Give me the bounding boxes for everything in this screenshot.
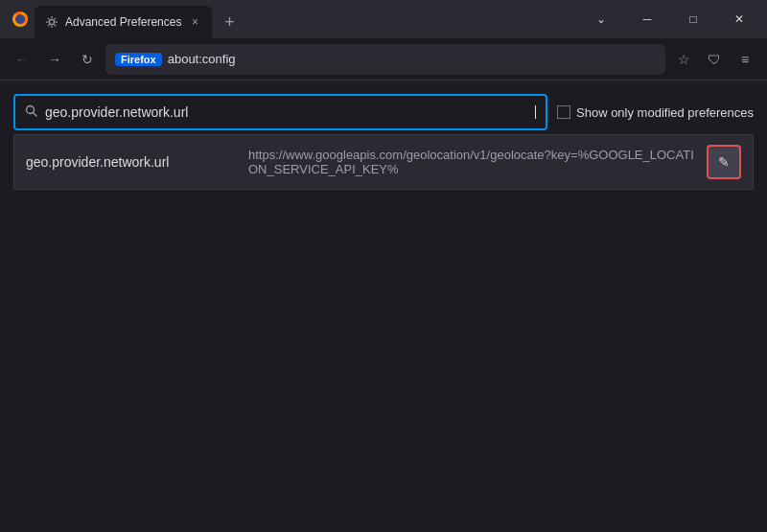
- edit-button[interactable]: ✎: [707, 145, 741, 179]
- content-area: geo.provider.network.url Show only modif…: [0, 81, 767, 203]
- search-input-text: geo.provider.network.url: [45, 104, 526, 120]
- tabs-area: Advanced Preferences × +: [35, 0, 579, 38]
- magnifier-icon: [25, 104, 37, 117]
- dropdown-button[interactable]: ⌄: [579, 4, 623, 35]
- url-display: about:config: [168, 52, 236, 66]
- address-bar[interactable]: Firefox about:config: [105, 44, 665, 75]
- pref-value: https://www.googleapis.com/geolocation/v…: [237, 148, 707, 176]
- svg-line-9: [54, 18, 56, 20]
- title-bar-left: Advanced Preferences × +: [0, 0, 579, 38]
- firefox-logo: [6, 0, 35, 38]
- title-bar-controls: ⌄ ─ □ ✕: [579, 0, 767, 38]
- navigation-bar: ← → ↻ Firefox about:config ☆ 🛡 ≡: [0, 38, 767, 81]
- nav-extra-buttons: ☆ 🛡 ≡: [669, 45, 759, 74]
- text-cursor: [535, 105, 536, 119]
- minimize-button[interactable]: ─: [625, 4, 669, 35]
- show-modified-checkbox[interactable]: [557, 105, 570, 119]
- active-tab[interactable]: Advanced Preferences ×: [35, 6, 212, 38]
- settings-icon: [45, 15, 58, 29]
- tab-title: Advanced Preferences: [65, 15, 181, 29]
- reload-button[interactable]: ↻: [73, 45, 102, 74]
- firefox-badge: Firefox: [115, 53, 162, 66]
- svg-line-8: [54, 24, 56, 26]
- search-row: geo.provider.network.url Show only modif…: [13, 94, 754, 130]
- pref-result-row: geo.provider.network.url https://www.goo…: [13, 134, 754, 190]
- title-bar: Advanced Preferences × + ⌄ ─ □ ✕: [0, 0, 767, 38]
- bookmark-button[interactable]: ☆: [669, 45, 698, 74]
- svg-line-10: [48, 24, 50, 26]
- maximize-button[interactable]: □: [671, 4, 715, 35]
- svg-point-2: [50, 20, 55, 25]
- forward-button[interactable]: →: [40, 45, 69, 74]
- svg-point-1: [15, 14, 25, 24]
- new-tab-button[interactable]: +: [216, 9, 243, 35]
- show-modified-label: Show only modified preferences: [576, 105, 754, 120]
- firefox-logo-icon: [11, 10, 30, 29]
- window-close-button[interactable]: ✕: [717, 4, 761, 35]
- svg-line-12: [34, 113, 37, 117]
- search-box[interactable]: geo.provider.network.url: [13, 94, 547, 130]
- pencil-icon: ✎: [718, 154, 730, 170]
- show-modified-area: Show only modified preferences: [557, 105, 754, 120]
- svg-line-7: [48, 18, 50, 20]
- pref-name: geo.provider.network.url: [26, 154, 237, 170]
- back-button[interactable]: ←: [8, 45, 36, 74]
- tab-close-button[interactable]: ×: [187, 14, 202, 30]
- shield-button[interactable]: 🛡: [700, 45, 729, 74]
- tab-favicon: [44, 14, 59, 30]
- search-icon: [25, 104, 37, 120]
- menu-button[interactable]: ≡: [731, 45, 759, 74]
